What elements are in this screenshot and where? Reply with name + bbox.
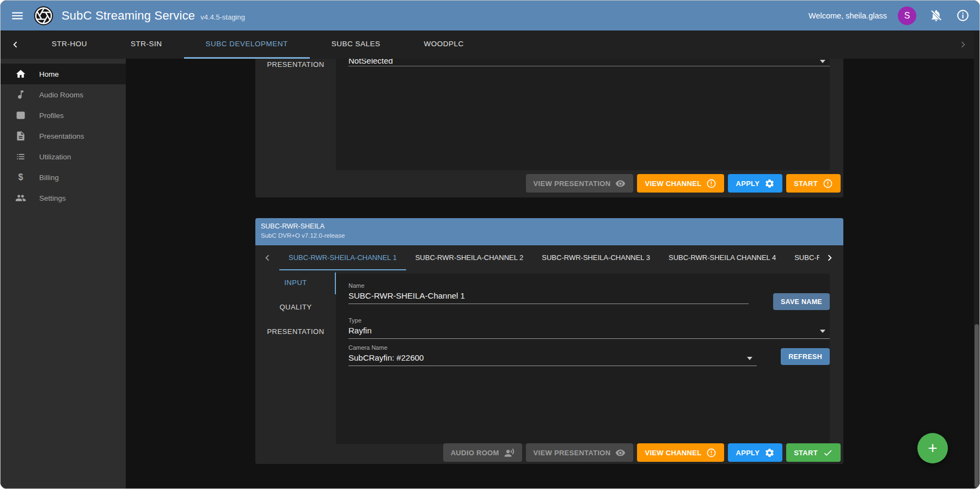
view-presentation-button[interactable]: VIEW PRESENTATION	[526, 174, 634, 193]
chevron-down-icon	[820, 60, 825, 63]
home-icon	[15, 69, 26, 79]
view-channel-button[interactable]: VIEW CHANNEL	[637, 443, 724, 462]
channel-tabs-next-button[interactable]	[819, 245, 840, 270]
app-version: v4.4.5-staging	[200, 13, 245, 21]
name-input[interactable]: SUBC-RWR-SHEILA-Channel 1	[348, 291, 749, 304]
avatar-initial: S	[904, 11, 910, 21]
info-button[interactable]	[956, 9, 970, 22]
top-card-actions: VIEW PRESENTATION VIEW CHANNEL APPLY STA…	[526, 174, 841, 193]
button-label: REFRESH	[788, 353, 822, 361]
save-name-button[interactable]: SAVE NAME	[773, 293, 830, 310]
channel-tab-3[interactable]: SUBC-RWR-SHEILA-CHANNEL 3	[532, 245, 659, 270]
site-tab-subc-sales[interactable]: SUBC SALES	[310, 30, 402, 59]
channel-tab-5[interactable]: SUBC-RWR-S	[785, 245, 819, 270]
type-label: Type	[348, 317, 830, 324]
chevron-right-icon	[957, 39, 969, 51]
channel-tabs-bar: SUBC-RWR-SHEILA-CHANNEL 1 SUBC-RWR-SHEIL…	[255, 245, 843, 270]
view-presentation-button[interactable]: VIEW PRESENTATION	[526, 443, 634, 462]
site-tab-label: SUBC DEVELOPMENT	[206, 40, 288, 48]
channel-tab-2[interactable]: SUBC-RWR-SHEILA-CHANNEL 2	[406, 245, 533, 270]
sidebar-item-audio-rooms[interactable]: Audio Rooms	[1, 84, 126, 105]
app-logo	[33, 5, 54, 26]
button-label: START	[794, 179, 818, 188]
start-button[interactable]: START	[786, 174, 841, 193]
voice-over-icon	[504, 448, 514, 458]
sidebar-item-billing[interactable]: $ Billing	[1, 167, 126, 188]
button-label: SAVE NAME	[781, 298, 822, 306]
error-outline-icon	[706, 178, 716, 189]
site-tab-label: STR-HOU	[52, 40, 87, 48]
sidebar-item-profiles[interactable]: Profiles	[1, 105, 126, 126]
check-icon	[823, 448, 833, 458]
site-tabs-next-button[interactable]	[952, 30, 974, 59]
channel-tab-1[interactable]: SUBC-RWR-SHEILA-CHANNEL 1	[279, 245, 406, 270]
chevron-down-icon	[747, 357, 752, 360]
type-select[interactable]: Rayfin	[348, 326, 830, 339]
sidebar-item-utilization[interactable]: Utilization	[1, 146, 126, 167]
sidebar-item-presentations[interactable]: Presentations	[1, 126, 126, 146]
side-tab-presentation[interactable]: PRESENTATION	[255, 319, 336, 344]
scrollbar-track[interactable]	[974, 30, 979, 488]
side-tab-presentation[interactable]: PRESENTATION	[255, 60, 336, 69]
sidebar: Home Audio Rooms Profiles Presentations …	[1, 59, 126, 488]
presentation-select[interactable]: NotSelected	[348, 59, 830, 66]
chevron-left-icon	[261, 252, 273, 264]
button-label: VIEW PRESENTATION	[534, 179, 611, 188]
hamburger-icon	[10, 9, 24, 23]
gear-icon	[764, 448, 775, 458]
device-version: SubC DVR+O v7.12.0-release	[261, 232, 838, 239]
button-label: APPLY	[736, 179, 759, 188]
chevron-left-icon	[9, 39, 21, 51]
eye-icon	[615, 448, 626, 458]
sidebar-item-label: Utilization	[39, 153, 71, 161]
chevron-right-icon	[824, 252, 836, 264]
notifications-off-button[interactable]	[929, 9, 943, 22]
site-tab-label: STR-SIN	[131, 40, 162, 48]
site-tabs-bar: STR-HOU STR-SIN SUBC DEVELOPMENT SUBC SA…	[1, 30, 979, 59]
input-panel: Name SUBC-RWR-SHEILA-Channel 1 SAVE NAME…	[336, 274, 830, 444]
apply-button[interactable]: APPLY	[728, 443, 782, 462]
view-channel-button[interactable]: VIEW CHANNEL	[637, 174, 724, 193]
site-tabs-prev-button[interactable]	[1, 30, 30, 59]
dollar-icon: $	[15, 172, 26, 182]
site-tab-str-sin[interactable]: STR-SIN	[109, 30, 184, 59]
start-button[interactable]: START	[786, 443, 841, 462]
button-label: AUDIO ROOM	[451, 449, 499, 457]
sidebar-item-settings[interactable]: Settings	[1, 188, 126, 208]
site-tab-woodplc[interactable]: WOODPLC	[402, 30, 486, 59]
side-tab-input[interactable]: INPUT	[255, 270, 336, 295]
channel-tab-4[interactable]: SUBC-RWR-SHEILA CHANNEL 4	[659, 245, 785, 270]
sidebar-item-label: Profiles	[39, 112, 64, 120]
add-fab[interactable]: +	[917, 433, 948, 463]
document-icon	[15, 131, 26, 141]
camera-name-field: Camera Name SubCRayfin: #22600	[348, 344, 757, 366]
name-field: Name SUBC-RWR-SHEILA-Channel 1	[348, 282, 749, 304]
apply-button[interactable]: APPLY	[728, 174, 782, 193]
refresh-button[interactable]: REFRESH	[781, 348, 830, 365]
sidebar-item-label: Home	[39, 70, 59, 78]
button-label: APPLY	[736, 449, 759, 457]
channel-card-header: SUBC-RWR-SHEILA SubC DVR+O v7.12.0-relea…	[255, 218, 843, 245]
site-tab-subc-development[interactable]: SUBC DEVELOPMENT	[184, 30, 310, 59]
app-window: SubC Streaming Service v4.4.5-staging We…	[0, 0, 980, 489]
channel-card-above: PRESENTATION NotSelected VIEW PRESENTATI…	[255, 59, 843, 197]
site-tab-str-hou[interactable]: STR-HOU	[30, 30, 109, 59]
app-title: SubC Streaming Service	[62, 9, 195, 23]
channel-card-actions: AUDIO ROOM VIEW PRESENTATION VIEW CHANNE…	[443, 443, 841, 462]
scrollbar-thumb[interactable]	[975, 324, 979, 487]
side-tab-quality[interactable]: QUALITY	[255, 295, 336, 319]
audio-room-button[interactable]: AUDIO ROOM	[443, 443, 522, 462]
sidebar-item-label: Presentations	[39, 132, 84, 140]
error-outline-icon	[823, 178, 833, 189]
user-avatar[interactable]: S	[898, 7, 916, 25]
button-label: VIEW CHANNEL	[645, 179, 701, 188]
plus-icon: +	[928, 439, 938, 457]
channel-tabs-prev-button[interactable]	[255, 245, 279, 270]
info-icon	[956, 9, 970, 22]
menu-button[interactable]	[10, 9, 24, 23]
name-input-value: SUBC-RWR-SHEILA-Channel 1	[348, 291, 465, 300]
channel-tab-strip: SUBC-RWR-SHEILA-CHANNEL 1 SUBC-RWR-SHEIL…	[279, 245, 819, 270]
sidebar-item-home[interactable]: Home	[1, 64, 126, 84]
device-name: SUBC-RWR-SHEILA	[261, 222, 838, 230]
camera-name-select[interactable]: SubCRayfin: #22600	[348, 353, 757, 366]
